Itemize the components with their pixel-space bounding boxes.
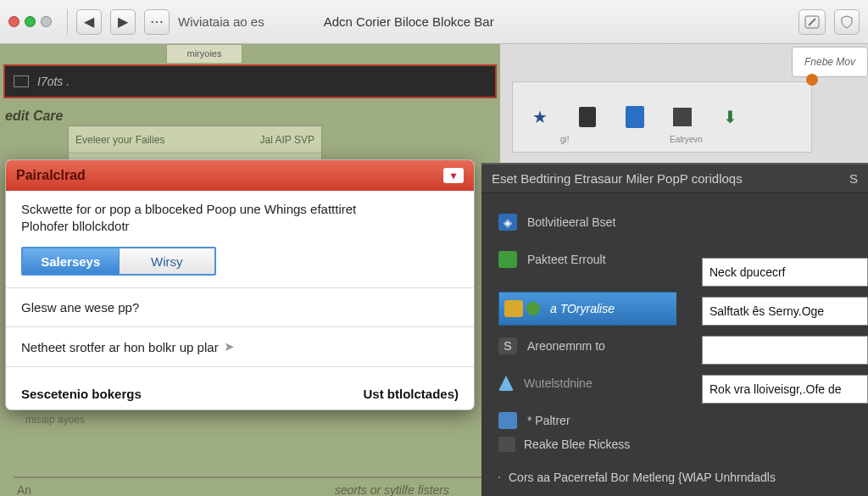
dialog-titlebar: Pairalclrad ▾ (6, 160, 474, 191)
window-controls (8, 16, 52, 27)
zoom-window-icon[interactable] (41, 16, 52, 27)
settings-input[interactable]: Neck dpucecrf (702, 258, 868, 287)
settings-item-selected[interactable]: a TOryralise (498, 292, 676, 326)
settings-titlebar: Eset Bedtiring Etrasaur Miler PopP corid… (481, 164, 868, 193)
settings-input[interactable]: Rok vra lloiveisgr,.Ofe de (702, 375, 868, 404)
badge-icon (504, 300, 523, 317)
square-icon (498, 251, 517, 268)
settings-fields: Neck dpucecrf Salftatk ês Serny.Oge Rok … (702, 258, 868, 404)
refresh-button[interactable]: ⋯ (144, 9, 170, 35)
settings-input[interactable] (702, 336, 868, 365)
close-icon[interactable] (806, 74, 818, 86)
nav-back-button[interactable]: ◀ (76, 9, 102, 35)
settings-title: Eset Bedtiring Etrasaur Miler PopP corid… (492, 171, 743, 186)
icon-caption: gi! (560, 135, 570, 144)
svg-line-1 (809, 19, 815, 25)
divider (6, 287, 474, 288)
segment-on[interactable]: Salerseys (23, 248, 119, 274)
dialog-title: Pairalclrad (16, 168, 86, 183)
tab-label-2[interactable]: Adcn Corier Biloce Blokce Bar (324, 14, 494, 29)
list-item[interactable]: misaip ayoes (25, 409, 102, 431)
popup-blocker-dialog: Pairalclrad ▾ Sckwette for or pop a blbo… (5, 159, 475, 410)
edit-toolbar-icon[interactable] (798, 9, 826, 35)
settings-corner-label: S (849, 171, 858, 186)
dot-icon (526, 302, 540, 315)
download-icon[interactable]: ⬇ (718, 106, 742, 128)
section-heading: edit Care (5, 109, 63, 124)
dialog-footer-right[interactable]: Ust btlolctades) (363, 387, 459, 401)
divider (67, 9, 68, 35)
overflow-button[interactable]: Fnebe Mov (792, 47, 868, 77)
tab-label-1[interactable]: Wiviataia ao es (178, 14, 264, 29)
card-icon (498, 437, 515, 452)
globe-icon: ◈ (498, 214, 517, 231)
divider (6, 366, 474, 367)
browser-toolbar: ◀ ▶ ⋯ Wiviataia ao es Adcn Corier Biloce… (0, 0, 868, 44)
dialog-option-row[interactable]: Netheet srotfer ar hon bolkr up plar ➤ (21, 339, 459, 354)
address-bar-text: I7ots . (37, 75, 70, 88)
settings-item[interactable]: ◈ Botlvitieeral Bset (498, 205, 851, 239)
close-window-icon[interactable] (8, 16, 19, 27)
star-icon[interactable]: ★ (528, 106, 552, 128)
arrow-right-icon: ➤ (224, 339, 235, 354)
nav-forward-button[interactable]: ▶ (110, 9, 136, 35)
letter-icon: S (498, 337, 517, 354)
panel-row[interactable]: Eveleer your Failies Jal AIP SVP (69, 126, 321, 153)
settings-footer-item[interactable]: Cors aa Pacerrefal Bor Metleng {WlAP Unh… (498, 471, 776, 484)
page-icon[interactable] (623, 106, 647, 128)
segment-off[interactable]: Wirsy (119, 248, 215, 274)
footer-label-right: seorts or sytilfe fisters (335, 483, 449, 496)
settings-window: Eset Bedtiring Etrasaur Miler PopP corid… (481, 163, 868, 496)
shield-toolbar-icon[interactable] (834, 9, 860, 35)
divider (6, 326, 474, 327)
minimize-window-icon[interactable] (25, 16, 36, 27)
settings-input[interactable]: Salftatk ês Serny.Oge (702, 297, 868, 326)
grid-icon (498, 476, 500, 478)
icon-caption: Ealryevn (670, 135, 703, 144)
segmented-control: Salerseys Wirsy (21, 247, 216, 276)
bookmark-icon (498, 412, 517, 429)
bookmark-icon-strip: ★ gi! Ealryevn ⬇ (512, 81, 812, 153)
footer-divider (14, 476, 487, 478)
dialog-footer-left[interactable]: Sescetenio bokergs (21, 387, 142, 401)
footer-label-left: An (17, 483, 31, 496)
box-icon[interactable] (670, 106, 694, 128)
dialog-option-row[interactable]: Glesw ane wese pp? (21, 300, 459, 315)
site-identity-icon (14, 75, 29, 87)
dialog-description: Sckwette for or pop a blboceked Poop une… (21, 201, 459, 235)
settings-item[interactable]: Reake Blee Rickess (498, 437, 630, 452)
glass-icon (498, 376, 514, 391)
notebook-icon[interactable] (576, 106, 599, 128)
chevron-down-icon[interactable]: ▾ (443, 168, 464, 183)
address-bar[interactable]: I7ots . (3, 64, 497, 98)
background-tab[interactable]: miryoies (166, 44, 242, 63)
settings-item[interactable]: * Paltrer (498, 404, 851, 437)
